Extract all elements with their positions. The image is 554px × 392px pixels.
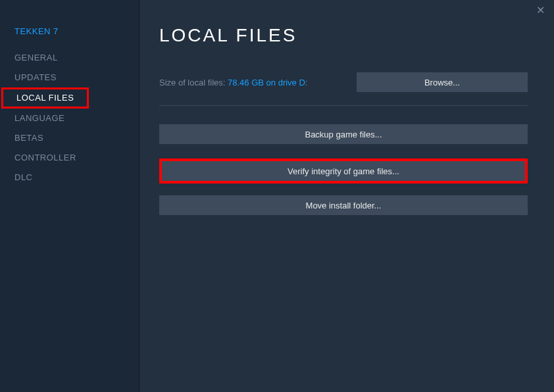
verify-button[interactable]: Verify integrity of game files...: [162, 161, 525, 181]
backup-button[interactable]: Backup game files...: [159, 124, 528, 144]
sidebar: TEKKEN 7 GENERAL UPDATES LOCAL FILES LAN…: [0, 0, 139, 392]
sidebar-item-language[interactable]: LANGUAGE: [0, 109, 79, 128]
divider: [159, 105, 528, 106]
size-text-wrap: Size of local files: 78.46 GB on drive D…: [159, 76, 307, 88]
browse-button[interactable]: Browse...: [357, 72, 528, 92]
sidebar-item-dlc[interactable]: DLC: [0, 168, 47, 187]
size-label: Size of local files:: [159, 78, 228, 87]
sidebar-item-general[interactable]: GENERAL: [0, 48, 72, 68]
sidebar-item-betas[interactable]: BETAS: [0, 128, 58, 148]
main-panel: ✕ LOCAL FILES Size of local files: 78.46…: [139, 0, 554, 392]
size-value: 78.46 GB on drive D: [228, 78, 305, 87]
move-folder-button[interactable]: Move install folder...: [159, 195, 528, 215]
size-colon: :: [305, 78, 308, 87]
sidebar-item-local-files[interactable]: LOCAL FILES: [1, 87, 89, 109]
close-icon[interactable]: ✕: [536, 5, 545, 16]
sidebar-item-updates[interactable]: UPDATES: [0, 68, 71, 87]
verify-highlight: Verify integrity of game files...: [159, 159, 528, 184]
game-title: TEKKEN 7: [0, 26, 139, 48]
page-title: LOCAL FILES: [159, 25, 528, 46]
sidebar-item-controller[interactable]: CONTROLLER: [0, 148, 91, 168]
size-row: Size of local files: 78.46 GB on drive D…: [159, 72, 528, 92]
